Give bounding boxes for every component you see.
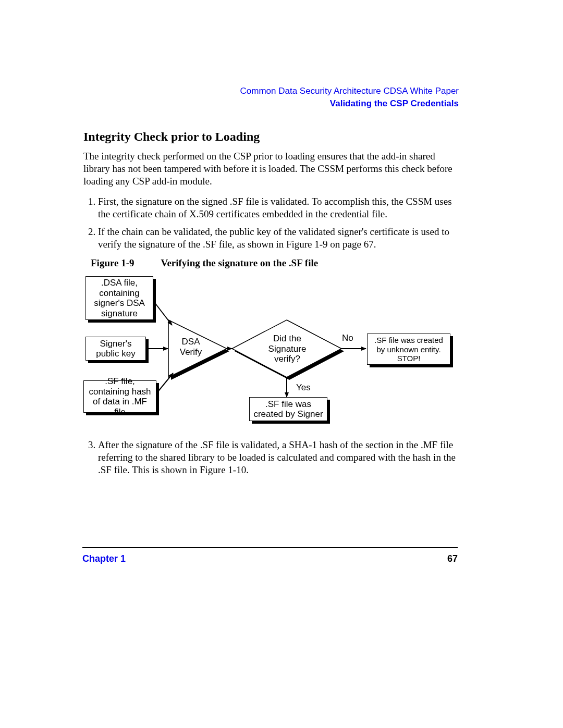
decision-label: Did the Signature verify? [264, 334, 311, 364]
svg-line-6 [154, 373, 173, 396]
figure-title: Verifying the signature on the .SF file [161, 257, 318, 268]
public-key-box: Signer's public key [85, 337, 146, 361]
section-heading: Integrity Check prior to Loading [83, 130, 459, 144]
intro-paragraph: The integrity check performed on the CSP… [83, 150, 459, 187]
list-item: If the chain can be validated, the publi… [98, 226, 459, 251]
page-footer: Chapter 1 67 [82, 553, 458, 564]
dsa-verify-label: DSA Verify [175, 337, 206, 357]
yes-label: Yes [296, 382, 311, 393]
sf-file-box: .SF file, containing hash of data in .MF… [83, 380, 156, 413]
figure-caption: Figure 1-9 Verifying the signature on th… [91, 257, 459, 269]
list-item: First, the signature on the signed .SF f… [98, 195, 459, 220]
svg-line-4 [151, 298, 172, 325]
ok-box: .SF file was created by Signer [249, 397, 327, 421]
no-label: No [342, 333, 353, 343]
dsa-file-box: .DSA file, containing signer's DSA signa… [85, 276, 153, 320]
footer-rule [82, 547, 458, 548]
figure-label: Figure 1-9 [91, 257, 158, 269]
list-item: After the signature of the .SF file is v… [98, 439, 459, 476]
header-section: Validating the CSP Credentials [83, 98, 459, 109]
page-number: 67 [447, 553, 458, 564]
chapter-label: Chapter 1 [82, 553, 126, 564]
steps-list-cont: After the signature of the .SF file is v… [83, 439, 459, 476]
flow-diagram: .DSA file, containing signer's DSA signa… [83, 273, 459, 429]
stop-box: .SF file was created by unknown entity. … [367, 334, 450, 365]
page-content: Common Data Security Architecture CDSA W… [83, 86, 459, 484]
header-doc-title: Common Data Security Architecture CDSA W… [83, 86, 459, 96]
steps-list: First, the signature on the signed .SF f… [83, 195, 459, 250]
